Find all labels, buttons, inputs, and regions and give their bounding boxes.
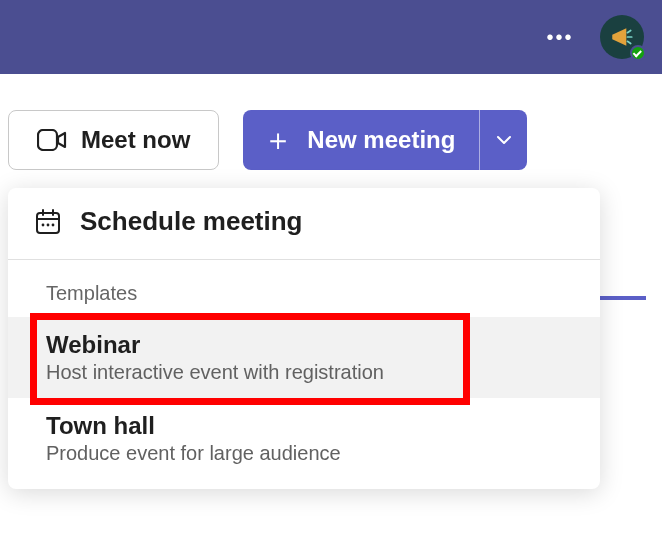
avatar[interactable] — [600, 15, 644, 59]
new-meeting-button[interactable]: ＋ New meeting — [243, 110, 479, 170]
more-button[interactable]: ••• — [540, 17, 580, 57]
svg-point-5 — [42, 223, 45, 226]
new-meeting-split-button: ＋ New meeting — [243, 110, 527, 170]
svg-rect-1 — [37, 213, 59, 233]
schedule-meeting-label: Schedule meeting — [80, 206, 303, 237]
meet-now-label: Meet now — [81, 126, 190, 154]
template-webinar[interactable]: Webinar Host interactive event with regi… — [8, 317, 600, 398]
presence-indicator — [630, 45, 646, 61]
new-meeting-label: New meeting — [307, 126, 455, 154]
dropdown-divider — [8, 259, 600, 260]
svg-point-7 — [52, 223, 55, 226]
template-title: Town hall — [46, 412, 578, 440]
template-desc: Host interactive event with registration — [46, 361, 578, 384]
chevron-down-icon — [496, 135, 512, 145]
video-icon — [37, 129, 67, 151]
templates-heading: Templates — [8, 276, 600, 317]
svg-point-6 — [47, 223, 50, 226]
titlebar: ••• — [0, 0, 662, 74]
megaphone-icon — [609, 24, 635, 50]
calendar-icon — [34, 208, 62, 236]
schedule-meeting-item[interactable]: Schedule meeting — [8, 188, 600, 259]
svg-rect-0 — [38, 130, 57, 150]
template-title: Webinar — [46, 331, 578, 359]
calendar-accent-line — [600, 296, 646, 300]
meet-now-button[interactable]: Meet now — [8, 110, 219, 170]
template-desc: Produce event for large audience — [46, 442, 578, 465]
highlight-annotation — [30, 313, 470, 405]
plus-icon: ＋ — [263, 125, 293, 155]
template-town-hall[interactable]: Town hall Produce event for large audien… — [8, 398, 600, 479]
action-row: Meet now ＋ New meeting — [0, 74, 662, 170]
new-meeting-chevron[interactable] — [479, 110, 527, 170]
new-meeting-dropdown: Schedule meeting Templates Webinar Host … — [8, 188, 600, 489]
